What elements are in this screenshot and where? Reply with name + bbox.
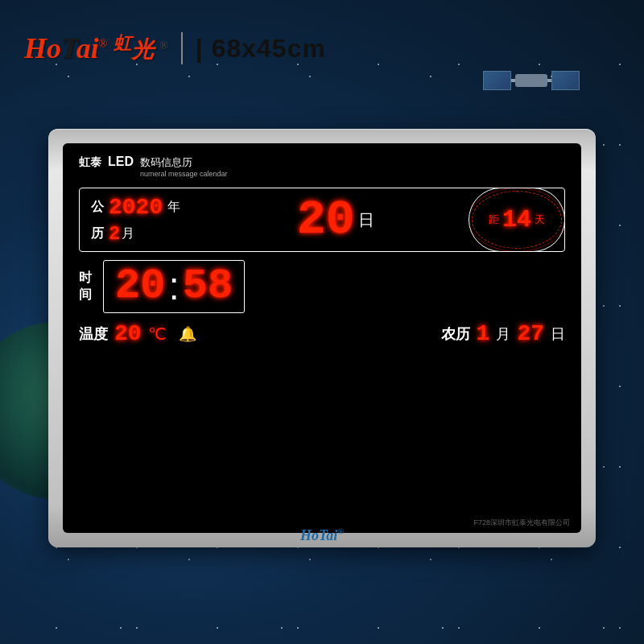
time-display: 20 : 58 — [103, 260, 245, 313]
temperature-section: 温度 20 ℃ 🔔 — [79, 321, 196, 346]
oval-decoration: 距 14 天 — [469, 188, 565, 252]
top-bar: HoTai® 虹光 ® | 68x45cm — [0, 0, 644, 97]
temp-unit: ℃ — [148, 324, 166, 344]
time-row: 时 间 20 : 58 — [79, 260, 565, 313]
minute-display: 58 — [183, 266, 233, 308]
device-desc: 数码信息历 numeral message calendar — [140, 155, 228, 178]
hongguan-text: 虹光 ® — [114, 31, 167, 65]
bottom-row: 温度 20 ℃ 🔔 农历 1 月 27 日 — [79, 321, 565, 346]
company-info: F728深圳市虹泰光电有限公司 — [473, 518, 570, 528]
nian-label: 年 — [167, 199, 180, 216]
alarm-icon: 🔔 — [179, 325, 196, 343]
lunar-month: 1 — [477, 321, 490, 346]
lunar-ri: 日 — [551, 324, 565, 344]
ri-label: 日 — [358, 209, 374, 231]
hour-display: 20 — [115, 266, 165, 308]
device-bottom-brand: HoTai® — [300, 527, 344, 544]
temp-value: 20 — [114, 321, 142, 346]
clock-screen: 虹泰 LED 数码信息历 numeral message calendar 公 … — [63, 143, 581, 533]
device-label: 虹泰 LED 数码信息历 numeral message calendar — [79, 155, 565, 178]
day-display: 20 — [297, 196, 355, 244]
lunar-day: 27 — [517, 321, 544, 346]
lunar-section: 农历 1 月 27 日 — [441, 321, 565, 346]
date-left: 公 2020 年 历 2 月 — [91, 195, 180, 245]
lunar-label: 农历 — [441, 324, 470, 344]
year-row: 公 2020 年 — [91, 195, 180, 220]
gong-label: 公 — [91, 199, 104, 216]
device-brand: 虹泰 — [79, 155, 101, 170]
hotai-logo: HoTai® — [24, 31, 107, 65]
yue-label: 月 — [122, 225, 134, 242]
date-center: 20 日 — [297, 196, 374, 244]
device-desc-small: numeral message calendar — [140, 170, 228, 178]
year-display: 2020 — [109, 195, 163, 220]
time-label: 时 间 — [79, 270, 92, 303]
month-display: 2 — [109, 223, 120, 245]
temp-label: 温度 — [79, 324, 108, 344]
hongguan-logo: 虹光 ® — [114, 31, 167, 65]
hotai-brand-text: HoTai® — [24, 31, 107, 65]
month-row: 历 2 月 — [91, 223, 180, 245]
lunar-yue: 月 — [496, 324, 510, 344]
date-section: 公 2020 年 历 2 月 20 日 星期 4 — [79, 188, 565, 252]
clock-device: 虹泰 LED 数码信息历 numeral message calendar 公 … — [48, 129, 596, 547]
logo-divider — [181, 32, 183, 64]
device-led: LED — [108, 155, 134, 169]
size-label: | 68x45cm — [196, 34, 326, 64]
time-colon: : — [168, 267, 179, 306]
li-label: 历 — [91, 225, 104, 242]
